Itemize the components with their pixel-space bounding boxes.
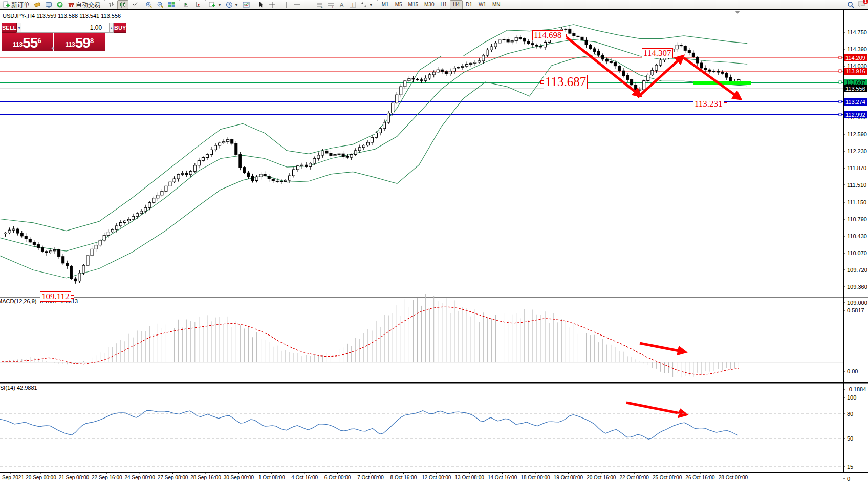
timeframe-button-d1[interactable]: D1 (463, 0, 475, 9)
candle-body (573, 33, 575, 36)
templates-button[interactable] (241, 0, 252, 9)
candle-body (227, 139, 229, 141)
terminal-button[interactable] (43, 0, 54, 9)
zoom-in-button[interactable] (143, 0, 155, 9)
candle-body (259, 174, 262, 177)
volume-decrease-button[interactable]: ▼ (17, 23, 21, 33)
chart-shift-button[interactable] (192, 0, 203, 9)
timeframe-button-h1[interactable]: H1 (437, 0, 450, 9)
fibonacci-button[interactable]: E (314, 0, 326, 9)
candle-body (643, 81, 645, 90)
price-annotation-109.112[interactable]: 109.112 (40, 291, 71, 302)
candle-body (251, 176, 254, 180)
price-annotation-113.231[interactable]: 113.231 (693, 99, 724, 109)
price-annotation-113.687[interactable]: 113.687 (544, 75, 588, 89)
time-label: 7 Oct 08:00 (357, 475, 384, 480)
candle-body (16, 229, 19, 233)
zoom-in-icon (145, 1, 153, 8)
candle-body (470, 63, 472, 64)
candle-body (354, 151, 357, 155)
indicators-button[interactable]: ▼ (207, 0, 224, 9)
crosshair-icon (269, 1, 276, 8)
timeframe-button-mn[interactable]: MN (489, 0, 504, 9)
candle-body (680, 45, 682, 46)
volume-input[interactable] (21, 23, 109, 33)
candle-body (655, 65, 658, 70)
candle-body (445, 72, 447, 74)
candle-body (585, 40, 588, 45)
channel-button[interactable]: F (326, 0, 337, 9)
label-button[interactable]: T (347, 0, 358, 9)
chart-canvas[interactable]: 114.750114.390114.030112.950112.590112.2… (0, 9, 868, 481)
candle-body (153, 198, 155, 203)
candle-body (193, 165, 196, 172)
bar-chart-button[interactable] (106, 0, 117, 9)
autotrading-label: 自动交易 (76, 1, 100, 9)
candle-body (462, 66, 464, 67)
sell-button[interactable]: SELL (2, 23, 17, 33)
candle-body (62, 257, 64, 263)
signal-button[interactable] (54, 0, 66, 9)
buy-button[interactable]: BUY (114, 23, 126, 33)
svg-text:E: E (321, 5, 323, 8)
price-annotation-114.307[interactable]: 114.307 (642, 48, 673, 58)
candle-body (350, 154, 353, 157)
auto-scroll-button[interactable] (181, 0, 192, 9)
timeframe-button-h4[interactable]: H4 (450, 0, 463, 9)
notifications-button[interactable]: 1 (858, 1, 866, 9)
periods-clock-icon (226, 1, 233, 8)
price-annotation-114.698[interactable]: 114.698 (532, 30, 563, 40)
time-label: 19 Oct 08:00 (554, 475, 583, 480)
zoom-out-button[interactable] (155, 0, 166, 9)
candle-body (95, 245, 97, 249)
sell-price-panel[interactable]: 113 55 6 (2, 33, 53, 51)
timeframe-button-m5[interactable]: M5 (392, 0, 405, 9)
candle-body (392, 103, 394, 113)
timeframe-button-m30[interactable]: M30 (421, 0, 437, 9)
candle-body (210, 150, 213, 154)
autotrading-button[interactable]: 自动交易 (66, 0, 102, 9)
candle-body (358, 148, 361, 151)
candle-body (58, 249, 60, 256)
time-label: 18 Oct 00:00 (520, 475, 550, 480)
trendline-button[interactable] (303, 0, 314, 9)
candle-body (449, 71, 451, 74)
candle-body (82, 265, 85, 273)
annotation-anchor-square (724, 102, 727, 106)
candle-body (165, 186, 167, 191)
cursor-button[interactable] (255, 0, 267, 9)
timeframe-button-m15[interactable]: M15 (405, 0, 421, 9)
buy-price-prefix: 113 (65, 39, 75, 50)
main-toolbar: 新订单 自动交易 (0, 0, 868, 10)
volume-increase-button[interactable]: ▲ (109, 23, 114, 33)
candle-body (424, 78, 427, 81)
crosshair-button[interactable] (267, 0, 278, 9)
shapes-button[interactable]: ▼ (358, 0, 375, 9)
vline-button[interactable] (281, 0, 292, 9)
candle-body (531, 44, 534, 45)
tile-windows-button[interactable] (166, 0, 177, 9)
new-order-button[interactable]: 新订单 (1, 0, 32, 9)
search-icon[interactable] (847, 1, 855, 9)
indicators-icon (209, 1, 216, 8)
candle-body (313, 158, 316, 163)
hline-button[interactable] (292, 0, 303, 9)
candle-body (219, 143, 221, 145)
buy-price-sup: 8 (90, 33, 94, 49)
timeframe-button-w1[interactable]: W1 (475, 0, 489, 9)
candle-body (507, 39, 509, 42)
text-button[interactable]: A (337, 0, 347, 9)
eraser-button[interactable] (32, 0, 43, 9)
time-label: 1 Oct 08:00 (258, 475, 285, 480)
toolbar-section-insert: ▼ ▼ (205, 0, 253, 9)
candle-body (107, 232, 110, 236)
candle-body (688, 50, 690, 53)
candle-body (605, 59, 608, 61)
chart-shift-marker-icon[interactable] (735, 11, 740, 14)
candlestick-chart-button[interactable] (117, 0, 128, 9)
line-chart-button[interactable] (128, 0, 140, 9)
timeframe-button-m1[interactable]: M1 (379, 0, 392, 9)
periods-button[interactable]: ▼ (224, 0, 241, 9)
buy-price-panel[interactable]: 113 59 8 (54, 33, 105, 51)
candle-body (437, 70, 439, 72)
